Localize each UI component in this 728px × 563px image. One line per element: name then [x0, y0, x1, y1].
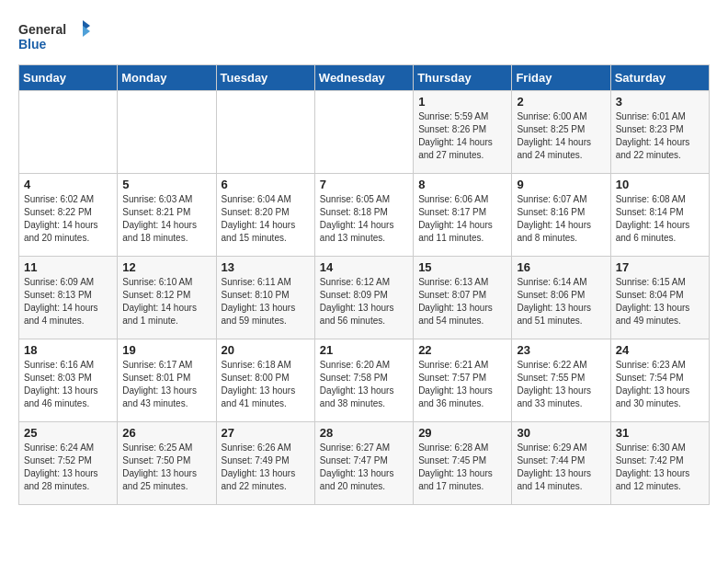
- week-row-4: 18Sunrise: 6:16 AM Sunset: 8:03 PM Dayli…: [19, 339, 710, 422]
- day-number: 24: [616, 343, 704, 357]
- calendar-cell: [118, 91, 216, 174]
- day-info: Sunrise: 6:17 AM Sunset: 8:01 PM Dayligh…: [122, 359, 210, 410]
- calendar-cell: 12Sunrise: 6:10 AM Sunset: 8:12 PM Dayli…: [118, 257, 216, 339]
- day-info: Sunrise: 6:18 AM Sunset: 8:00 PM Dayligh…: [222, 359, 310, 410]
- calendar-cell: 17Sunrise: 6:15 AM Sunset: 8:04 PM Dayli…: [610, 257, 709, 339]
- calendar-cell: [19, 91, 118, 174]
- calendar-cell: 14Sunrise: 6:12 AM Sunset: 8:09 PM Dayli…: [314, 257, 413, 339]
- week-row-5: 25Sunrise: 6:24 AM Sunset: 7:52 PM Dayli…: [19, 422, 710, 505]
- day-info: Sunrise: 5:59 AM Sunset: 8:26 PM Dayligh…: [418, 110, 506, 162]
- svg-text:General: General: [18, 22, 66, 37]
- day-info: Sunrise: 6:26 AM Sunset: 7:49 PM Dayligh…: [222, 442, 310, 493]
- day-number: 18: [24, 343, 112, 357]
- day-number: 13: [222, 260, 310, 274]
- day-number: 15: [418, 260, 506, 274]
- day-number: 1: [418, 95, 506, 109]
- weekday-thursday: Thursday: [414, 65, 512, 91]
- day-number: 20: [222, 343, 310, 357]
- calendar-cell: 28Sunrise: 6:27 AM Sunset: 7:47 PM Dayli…: [314, 422, 413, 505]
- day-number: 22: [418, 343, 506, 357]
- day-number: 30: [517, 426, 605, 440]
- calendar-cell: [314, 91, 413, 174]
- day-info: Sunrise: 6:08 AM Sunset: 8:14 PM Dayligh…: [616, 193, 704, 245]
- day-info: Sunrise: 6:04 AM Sunset: 8:20 PM Dayligh…: [222, 193, 310, 245]
- day-number: 16: [517, 260, 605, 274]
- day-info: Sunrise: 6:25 AM Sunset: 7:50 PM Dayligh…: [122, 442, 210, 493]
- weekday-wednesday: Wednesday: [314, 65, 413, 91]
- calendar-cell: 3Sunrise: 6:01 AM Sunset: 8:23 PM Daylig…: [610, 91, 709, 174]
- day-number: 25: [24, 426, 112, 440]
- day-number: 11: [24, 260, 112, 274]
- day-info: Sunrise: 6:05 AM Sunset: 8:18 PM Dayligh…: [320, 193, 408, 245]
- day-number: 26: [122, 426, 210, 440]
- calendar-cell: 9Sunrise: 6:07 AM Sunset: 8:16 PM Daylig…: [512, 174, 610, 257]
- day-info: Sunrise: 6:06 AM Sunset: 8:17 PM Dayligh…: [418, 193, 506, 245]
- day-info: Sunrise: 6:27 AM Sunset: 7:47 PM Dayligh…: [320, 442, 408, 493]
- day-info: Sunrise: 6:00 AM Sunset: 8:25 PM Dayligh…: [517, 110, 605, 162]
- day-info: Sunrise: 6:12 AM Sunset: 8:09 PM Dayligh…: [320, 276, 408, 327]
- day-info: Sunrise: 6:23 AM Sunset: 7:54 PM Dayligh…: [616, 359, 704, 410]
- calendar-cell: 21Sunrise: 6:20 AM Sunset: 7:58 PM Dayli…: [314, 339, 413, 422]
- day-info: Sunrise: 6:02 AM Sunset: 8:22 PM Dayligh…: [24, 193, 112, 245]
- day-number: 23: [517, 343, 605, 357]
- calendar-cell: 10Sunrise: 6:08 AM Sunset: 8:14 PM Dayli…: [610, 174, 709, 257]
- day-info: Sunrise: 6:09 AM Sunset: 8:13 PM Dayligh…: [24, 276, 112, 327]
- calendar-cell: [216, 91, 314, 174]
- calendar-cell: 16Sunrise: 6:14 AM Sunset: 8:06 PM Dayli…: [512, 257, 610, 339]
- calendar-cell: 7Sunrise: 6:05 AM Sunset: 8:18 PM Daylig…: [314, 174, 413, 257]
- calendar-cell: 2Sunrise: 6:00 AM Sunset: 8:25 PM Daylig…: [512, 91, 610, 174]
- day-number: 4: [24, 178, 112, 191]
- calendar-cell: 24Sunrise: 6:23 AM Sunset: 7:54 PM Dayli…: [610, 339, 709, 422]
- calendar-cell: 26Sunrise: 6:25 AM Sunset: 7:50 PM Dayli…: [118, 422, 216, 505]
- logo: General Blue: [18, 18, 92, 55]
- day-number: 10: [616, 178, 704, 191]
- calendar-cell: 11Sunrise: 6:09 AM Sunset: 8:13 PM Dayli…: [19, 257, 118, 339]
- calendar-cell: 23Sunrise: 6:22 AM Sunset: 7:55 PM Dayli…: [512, 339, 610, 422]
- weekday-header-row: SundayMondayTuesdayWednesdayThursdayFrid…: [19, 65, 710, 91]
- day-info: Sunrise: 6:29 AM Sunset: 7:44 PM Dayligh…: [517, 442, 605, 493]
- calendar-cell: 6Sunrise: 6:04 AM Sunset: 8:20 PM Daylig…: [216, 174, 314, 257]
- day-info: Sunrise: 6:03 AM Sunset: 8:21 PM Dayligh…: [122, 193, 210, 245]
- day-number: 3: [616, 95, 704, 109]
- day-info: Sunrise: 6:28 AM Sunset: 7:45 PM Dayligh…: [418, 442, 506, 493]
- weekday-tuesday: Tuesday: [216, 65, 314, 91]
- calendar-cell: 8Sunrise: 6:06 AM Sunset: 8:17 PM Daylig…: [414, 174, 512, 257]
- calendar-cell: 29Sunrise: 6:28 AM Sunset: 7:45 PM Dayli…: [414, 422, 512, 505]
- week-row-1: 1Sunrise: 5:59 AM Sunset: 8:26 PM Daylig…: [19, 91, 710, 174]
- day-number: 17: [616, 260, 704, 274]
- day-number: 19: [122, 343, 210, 357]
- day-info: Sunrise: 6:21 AM Sunset: 7:57 PM Dayligh…: [418, 359, 506, 410]
- day-number: 9: [517, 178, 605, 191]
- day-info: Sunrise: 6:13 AM Sunset: 8:07 PM Dayligh…: [418, 276, 506, 327]
- logo-svg: General Blue: [18, 18, 92, 55]
- day-info: Sunrise: 6:11 AM Sunset: 8:10 PM Dayligh…: [222, 276, 310, 327]
- day-number: 28: [320, 426, 408, 440]
- day-info: Sunrise: 6:07 AM Sunset: 8:16 PM Dayligh…: [517, 193, 605, 245]
- calendar-cell: 30Sunrise: 6:29 AM Sunset: 7:44 PM Dayli…: [512, 422, 610, 505]
- week-row-3: 11Sunrise: 6:09 AM Sunset: 8:13 PM Dayli…: [19, 257, 710, 339]
- day-info: Sunrise: 6:15 AM Sunset: 8:04 PM Dayligh…: [616, 276, 704, 327]
- day-info: Sunrise: 6:30 AM Sunset: 7:42 PM Dayligh…: [616, 442, 704, 493]
- day-info: Sunrise: 6:16 AM Sunset: 8:03 PM Dayligh…: [24, 359, 112, 410]
- day-number: 7: [320, 178, 408, 191]
- calendar-cell: 31Sunrise: 6:30 AM Sunset: 7:42 PM Dayli…: [610, 422, 709, 505]
- weekday-sunday: Sunday: [19, 65, 118, 91]
- day-number: 5: [122, 178, 210, 191]
- day-number: 8: [418, 178, 506, 191]
- calendar-cell: 20Sunrise: 6:18 AM Sunset: 8:00 PM Dayli…: [216, 339, 314, 422]
- day-info: Sunrise: 6:14 AM Sunset: 8:06 PM Dayligh…: [517, 276, 605, 327]
- day-info: Sunrise: 6:24 AM Sunset: 7:52 PM Dayligh…: [24, 442, 112, 493]
- day-number: 31: [616, 426, 704, 440]
- day-info: Sunrise: 6:10 AM Sunset: 8:12 PM Dayligh…: [122, 276, 210, 327]
- weekday-monday: Monday: [118, 65, 216, 91]
- svg-text:Blue: Blue: [18, 37, 47, 52]
- day-number: 14: [320, 260, 408, 274]
- day-number: 21: [320, 343, 408, 357]
- calendar-cell: 4Sunrise: 6:02 AM Sunset: 8:22 PM Daylig…: [19, 174, 118, 257]
- day-number: 29: [418, 426, 506, 440]
- calendar-cell: 15Sunrise: 6:13 AM Sunset: 8:07 PM Dayli…: [414, 257, 512, 339]
- day-info: Sunrise: 6:20 AM Sunset: 7:58 PM Dayligh…: [320, 359, 408, 410]
- day-number: 2: [517, 95, 605, 109]
- calendar-cell: 1Sunrise: 5:59 AM Sunset: 8:26 PM Daylig…: [414, 91, 512, 174]
- calendar-cell: 19Sunrise: 6:17 AM Sunset: 8:01 PM Dayli…: [118, 339, 216, 422]
